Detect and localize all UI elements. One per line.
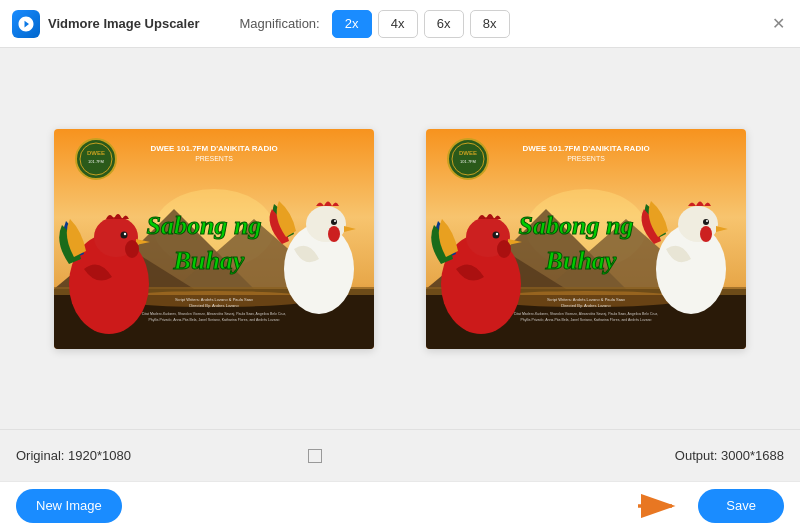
app-logo <box>12 10 40 38</box>
svg-point-50 <box>493 231 500 238</box>
svg-text:Directed By: Andres Lozano: Directed By: Andres Lozano <box>189 303 239 308</box>
svg-point-41 <box>678 206 718 242</box>
output-image-svg: DWEE 101.7FM DWEE 101.7FM D'ANIKITA RADI… <box>426 129 746 349</box>
original-resolution: Original: 1920*1080 <box>16 448 131 463</box>
close-button[interactable]: ✕ <box>768 14 788 34</box>
svg-text:DWEE 101.7FM D'ANIKITA RADIO: DWEE 101.7FM D'ANIKITA RADIO <box>150 144 277 153</box>
svg-text:Sabong ng: Sabong ng <box>519 211 634 240</box>
svg-text:DWEE: DWEE <box>459 150 477 156</box>
svg-text:PRESENTS: PRESENTS <box>567 155 605 162</box>
svg-text:DWEE 101.7FM D'ANIKITA RADIO: DWEE 101.7FM D'ANIKITA RADIO <box>522 144 649 153</box>
svg-point-45 <box>706 220 708 222</box>
svg-text:DWEE: DWEE <box>87 150 105 156</box>
svg-text:Buhay: Buhay <box>545 246 617 275</box>
output-image-panel: DWEE 101.7FM DWEE 101.7FM D'ANIKITA RADI… <box>416 119 756 359</box>
new-image-button[interactable]: New Image <box>16 489 122 523</box>
magnification-buttons: 2x 4x 6x 8x <box>332 10 510 38</box>
svg-point-19 <box>124 232 126 234</box>
svg-text:Script Writers: Andrés Lozano : Script Writers: Andrés Lozano & Paula Sa… <box>547 297 625 302</box>
arrow-area: Save <box>634 489 784 523</box>
svg-text:Phyllis Privado, Anna-Pita Bel: Phyllis Privado, Anna-Pita Bela, Janel S… <box>520 318 651 322</box>
original-image-card: DWEE 101.7FM DWEE 101.7FM D'ANIKITA RADI… <box>54 129 374 349</box>
svg-text:Directed By: Andres Lozano: Directed By: Andres Lozano <box>561 303 611 308</box>
original-image-svg: DWEE 101.7FM DWEE 101.7FM D'ANIKITA RADI… <box>54 129 374 349</box>
main-content: DWEE 101.7FM DWEE 101.7FM D'ANIKITA RADI… <box>0 48 800 429</box>
svg-point-51 <box>496 232 498 234</box>
bottom-bar: New Image Save <box>0 481 800 529</box>
svg-point-18 <box>121 231 128 238</box>
svg-text:Buhay: Buhay <box>173 246 245 275</box>
svg-point-43 <box>700 226 712 242</box>
mag-8x-button[interactable]: 8x <box>470 10 510 38</box>
title-bar: Vidmore Image Upscaler Magnification: 2x… <box>0 0 800 48</box>
magnification-label: Magnification: <box>240 16 320 31</box>
svg-text:101.7FM: 101.7FM <box>88 159 104 164</box>
svg-point-9 <box>306 206 346 242</box>
svg-text:PRESENTS: PRESENTS <box>195 155 233 162</box>
output-image-card: DWEE 101.7FM DWEE 101.7FM D'ANIKITA RADI… <box>426 129 746 349</box>
resize-handle <box>308 449 322 463</box>
mag-4x-button[interactable]: 4x <box>378 10 418 38</box>
save-button[interactable]: Save <box>698 489 784 523</box>
arrow-icon <box>634 492 682 520</box>
svg-point-13 <box>334 220 336 222</box>
svg-point-49 <box>497 240 511 258</box>
svg-point-11 <box>328 226 340 242</box>
svg-point-17 <box>125 240 139 258</box>
original-image-panel: DWEE 101.7FM DWEE 101.7FM D'ANIKITA RADI… <box>44 119 384 359</box>
status-bar: Original: 1920*1080 Output: 3000*1688 <box>0 429 800 481</box>
svg-text:101.7FM: 101.7FM <box>460 159 476 164</box>
svg-text:Citat Madero-Kudarev, Shandon : Citat Madero-Kudarev, Shandon Vicenzo, A… <box>142 312 287 316</box>
svg-text:Script Writers: Andrés Lozano : Script Writers: Andrés Lozano & Paula Sa… <box>175 297 253 302</box>
output-resolution: Output: 3000*1688 <box>675 448 784 463</box>
svg-point-12 <box>331 219 337 225</box>
mag-2x-button[interactable]: 2x <box>332 10 372 38</box>
svg-text:Citat Madero-Kudarev, Shandon : Citat Madero-Kudarev, Shandon Vicenzo, A… <box>514 312 659 316</box>
svg-point-44 <box>703 219 709 225</box>
svg-text:Sabong ng: Sabong ng <box>147 211 262 240</box>
mag-6x-button[interactable]: 6x <box>424 10 464 38</box>
svg-text:Phyllis Privado, Anna-Pita Bel: Phyllis Privado, Anna-Pita Bela, Janel S… <box>148 318 279 322</box>
app-title: Vidmore Image Upscaler <box>48 16 200 31</box>
app-logo-icon <box>17 15 35 33</box>
